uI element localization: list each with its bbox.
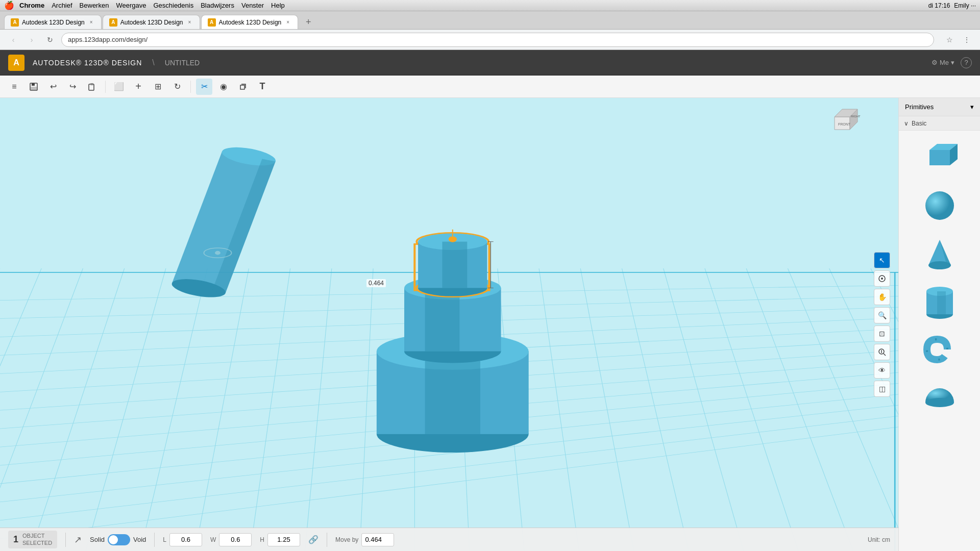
fit-tool[interactable]: ⊡ xyxy=(874,325,890,342)
svg-line-78 xyxy=(884,354,886,356)
solid-void-track[interactable] xyxy=(108,534,130,545)
chrome-address-bar: ‹ › ↻ apps.123dapp.com/design/ ☆ ⋮ xyxy=(0,30,980,50)
chrome-menu-button[interactable]: ⋮ xyxy=(960,33,974,47)
reload-button[interactable]: ↻ xyxy=(43,33,57,47)
me-label: Me xyxy=(940,59,949,66)
primitives-grid xyxy=(899,131,980,424)
menu-weergave[interactable]: Weergave xyxy=(116,2,146,9)
menu-bladwijzers[interactable]: Bladwijzers xyxy=(201,2,234,9)
paste-button[interactable] xyxy=(84,79,100,95)
chrome-tab-3[interactable]: A Autodesk 123D Design × xyxy=(201,15,299,29)
right-panel: Primitives ▾ ∨ Basic xyxy=(898,98,980,551)
svg-rect-55 xyxy=(425,288,460,351)
chrome-tab-2[interactable]: A Autodesk 123D Design × xyxy=(103,15,200,29)
orbit-tool[interactable] xyxy=(874,270,890,287)
undo-button[interactable]: ↩ xyxy=(45,79,61,95)
tab-1-close[interactable]: × xyxy=(88,19,95,26)
perspective-tool[interactable]: 👁 xyxy=(874,362,890,379)
l-input[interactable] xyxy=(169,533,202,546)
selected-count: 1 xyxy=(13,534,18,545)
primitive-cone[interactable] xyxy=(909,231,970,277)
forward-button[interactable]: › xyxy=(24,33,39,47)
svg-marker-80 xyxy=(929,150,950,165)
material-button[interactable]: ◉ xyxy=(215,79,232,95)
move-by-input[interactable] xyxy=(361,533,394,546)
zoom-in-tool[interactable] xyxy=(874,344,890,360)
snap-button[interactable]: ↻ xyxy=(169,79,185,95)
zoom-tool[interactable]: 🔍 xyxy=(874,307,890,323)
viewport[interactable]: 0.464 FRONT RIGHT ↖ xyxy=(0,98,898,551)
app-filename: UNTITLED xyxy=(165,59,200,67)
new-tab-button[interactable]: + xyxy=(301,15,315,29)
app-separator: \ xyxy=(152,58,154,67)
mac-time: di 17:16 xyxy=(928,2,950,9)
menu-chrome[interactable]: Chrome xyxy=(19,2,44,9)
text-button[interactable]: T xyxy=(254,79,271,95)
menu-bewerken[interactable]: Bewerken xyxy=(80,2,109,9)
back-button[interactable]: ‹ xyxy=(6,33,20,47)
svg-rect-90 xyxy=(937,291,946,314)
tab-1-title: Autodesk 123D Design xyxy=(22,19,85,26)
primitive-torus[interactable] xyxy=(909,327,970,372)
app-container: A AUTODESK® 123D® DESIGN \ UNTITLED ⚙ Me… xyxy=(0,50,980,551)
unit-label: Unit: cm xyxy=(868,536,890,543)
chrome-tabs-bar: A Autodesk 123D Design × A Autodesk 123D… xyxy=(0,11,980,30)
menu-archief[interactable]: Archief xyxy=(52,2,72,9)
tab-2-title: Autodesk 123D Design xyxy=(120,19,183,26)
primitive-hemisphere[interactable] xyxy=(909,374,970,420)
primitive-cylinder[interactable] xyxy=(909,279,970,324)
menu-geschiedenis[interactable]: Geschiedenis xyxy=(153,2,193,9)
svg-rect-2 xyxy=(31,87,37,90)
h-input-group: H xyxy=(260,533,300,546)
add-button[interactable]: + xyxy=(130,79,146,95)
select-tool[interactable]: ↖ xyxy=(874,252,890,268)
move-snap-button[interactable]: ✂ xyxy=(196,79,212,95)
h-input[interactable] xyxy=(267,533,300,546)
select-box-button[interactable]: ⬜ xyxy=(111,79,127,95)
app-logo: A xyxy=(8,55,24,71)
section-arrow: ∨ xyxy=(904,120,909,127)
primitive-box[interactable] xyxy=(909,135,970,181)
menu-button[interactable]: ≡ xyxy=(6,79,22,95)
primitive-sphere[interactable] xyxy=(909,183,970,229)
void-label: Void xyxy=(133,536,146,543)
l-input-group: L xyxy=(163,533,202,546)
tab-3-close[interactable]: × xyxy=(284,19,291,26)
menu-help[interactable]: Help xyxy=(271,2,285,9)
transform-button[interactable]: ⊞ xyxy=(150,79,166,95)
redo-button[interactable]: ↪ xyxy=(64,79,81,95)
solid-void-toggle[interactable]: Solid Void xyxy=(90,534,146,545)
status-bar: 1 OBJECT SELECTED ↗ Solid Void xyxy=(0,528,898,551)
selected-line2: SELECTED xyxy=(22,540,52,546)
tab-2-close[interactable]: × xyxy=(186,19,193,26)
bookmark-button[interactable]: ☆ xyxy=(942,33,957,47)
apple-icon[interactable]: 🍎 xyxy=(4,1,14,10)
link-icon[interactable]: 🔗 xyxy=(308,535,318,544)
w-input[interactable] xyxy=(219,533,252,546)
combine-button[interactable] xyxy=(235,79,251,95)
address-input[interactable]: apps.123dapp.com/design/ xyxy=(61,33,934,47)
app-brand: AUTODESK® 123D® DESIGN xyxy=(33,59,142,67)
visibility-tool[interactable]: ◫ xyxy=(874,381,890,397)
svg-rect-4 xyxy=(90,83,93,85)
dimension-annotation: 0.464 xyxy=(366,279,386,287)
move-by-label: Move by xyxy=(335,536,358,543)
me-button[interactable]: ⚙ Me ▾ xyxy=(932,59,954,66)
solid-label: Solid xyxy=(90,536,105,543)
chrome-tab-1[interactable]: A Autodesk 123D Design × xyxy=(4,15,102,29)
basic-section-title[interactable]: ∨ Basic xyxy=(899,116,980,131)
mac-user: Emily ··· xyxy=(954,2,976,9)
selected-label: OBJECT SELECTED xyxy=(22,533,52,546)
panel-header: Primitives ▾ xyxy=(899,98,980,116)
svg-point-63 xyxy=(449,236,457,242)
selected-line1: OBJECT xyxy=(22,533,52,539)
pan-tool[interactable]: ✋ xyxy=(874,289,890,305)
tab-1-favicon: A xyxy=(11,18,19,27)
view-cube[interactable]: FRONT RIGHT xyxy=(827,104,868,145)
save-button[interactable] xyxy=(26,79,42,95)
panel-expand-icon[interactable]: ▾ xyxy=(970,103,974,111)
help-button[interactable]: ? xyxy=(961,57,972,68)
menu-venster[interactable]: Venster xyxy=(241,2,264,9)
chrome-toolbar-icons: ☆ ⋮ xyxy=(942,33,974,47)
main-content: 0.464 FRONT RIGHT ↖ xyxy=(0,98,980,551)
